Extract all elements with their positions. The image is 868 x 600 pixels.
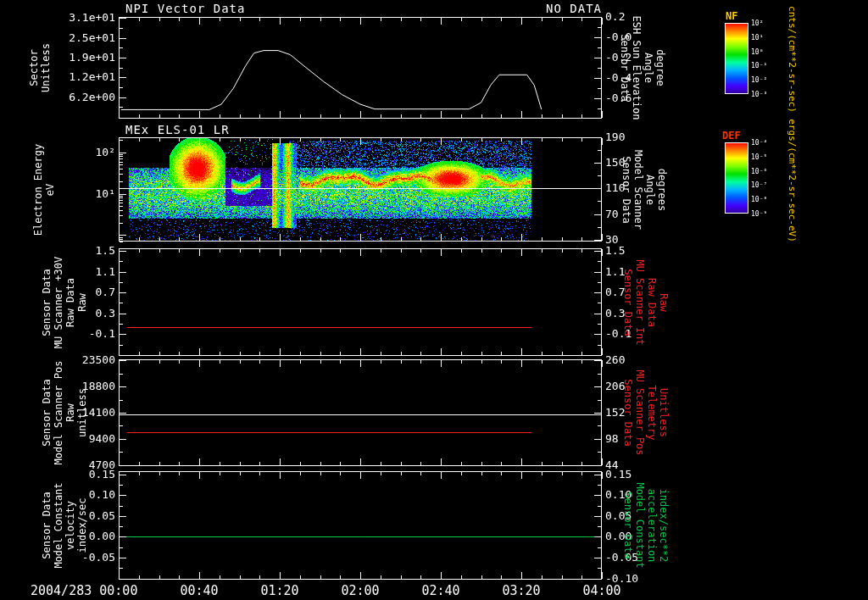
- colorbar-tick-label: 10⁻⁴: [751, 139, 767, 147]
- x-tick-label: 00:40: [180, 583, 218, 598]
- x-tick-label: 01:20: [260, 583, 298, 598]
- y-tick-label: 1.2e+01: [53, 70, 115, 83]
- colorbar-tick-label: 10¹: [751, 34, 763, 42]
- y-tick-label: 6.2e+00: [53, 91, 115, 103]
- x-tick-label: 02:40: [421, 583, 459, 598]
- colorbar-tick-label: 10⁻⁹: [751, 210, 767, 218]
- right-axis-title: index/sec**2 acceleration Model Constant…: [622, 453, 670, 597]
- colorbar-tick-label: 10⁻⁵: [751, 153, 767, 161]
- x-tick-label: 02:00: [341, 583, 379, 598]
- science-telemetry-plot-screen: NPI Vector Data NO DATA MEx ELS-01 LR 20…: [0, 0, 868, 600]
- colorbar-tick-label: 10⁻³: [751, 91, 767, 98]
- plot-canvas: [0, 0, 868, 600]
- colorbar-unit-label: ergs/(cm**2-sr-sec-eV): [786, 108, 798, 253]
- colorbar-tick-label: 10²: [751, 19, 763, 27]
- y-tick-label: 2.5e+01: [53, 31, 115, 44]
- y-tick-label: 3.1e+01: [53, 11, 115, 24]
- colorbar-tick-label: 10⁻¹: [751, 62, 767, 69]
- colorbar-tick-label: 10⁻⁷: [751, 181, 767, 189]
- y-tick-label: 1.9e+01: [53, 51, 115, 64]
- colorbar-tick-label: 10⁰: [751, 48, 763, 56]
- colorbar-tick-label: 10⁻⁸: [751, 196, 767, 203]
- colorbar-tick-label: 10⁻²: [751, 76, 767, 84]
- left-axis-title: Sensor Data Model Constant velocity inde…: [41, 453, 88, 597]
- x-tick-label: 04:00: [582, 583, 620, 598]
- panel2-title: MEx ELS-01 LR: [125, 123, 230, 136]
- colorbar-tick-label: 10⁻⁶: [751, 168, 767, 175]
- nf-colorbar-title: NF: [726, 10, 737, 22]
- x-tick-label: 03:20: [502, 583, 540, 598]
- no-data-status: NO DATA: [119, 2, 602, 15]
- y-tick-label: 10¹: [53, 187, 115, 200]
- y-tick-label: 10²: [53, 146, 115, 158]
- def-colorbar-title: DEF: [722, 130, 741, 142]
